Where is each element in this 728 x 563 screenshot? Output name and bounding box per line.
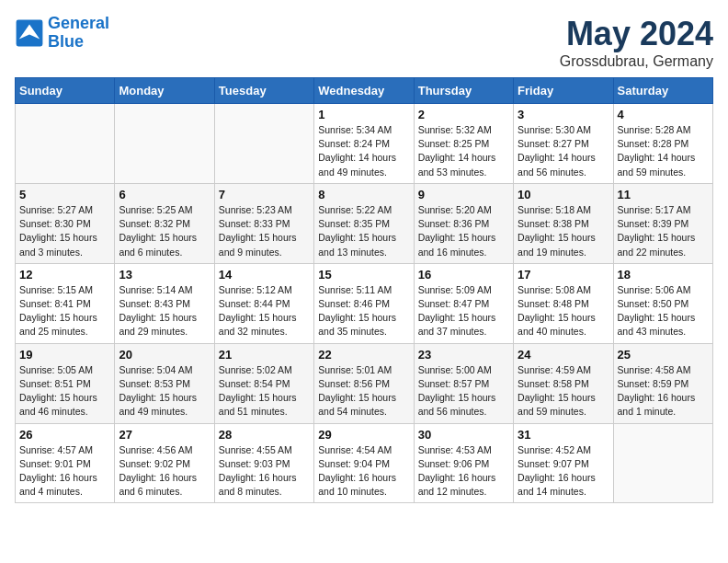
header-cell-tuesday: Tuesday (214, 78, 313, 104)
day-cell (613, 423, 712, 503)
day-number: 2 (418, 108, 509, 121)
day-cell: 17Sunrise: 5:08 AM Sunset: 8:48 PM Dayli… (514, 263, 613, 343)
header-cell-friday: Friday (514, 78, 613, 104)
day-number: 13 (119, 268, 210, 282)
header-cell-sunday: Sunday (16, 78, 115, 104)
day-number: 22 (318, 348, 409, 362)
day-info: Sunrise: 5:20 AM Sunset: 8:36 PM Dayligh… (418, 203, 509, 259)
day-cell: 13Sunrise: 5:14 AM Sunset: 8:43 PM Dayli… (115, 263, 214, 343)
day-number: 28 (219, 428, 310, 442)
day-number: 12 (19, 268, 110, 282)
day-number: 30 (418, 428, 509, 442)
logo-general: General (48, 14, 109, 32)
day-info: Sunrise: 5:32 AM Sunset: 8:25 PM Dayligh… (418, 123, 509, 179)
day-cell: 8Sunrise: 5:22 AM Sunset: 8:35 PM Daylig… (314, 183, 414, 263)
day-number: 26 (19, 428, 110, 442)
day-number: 27 (119, 428, 210, 442)
day-cell: 15Sunrise: 5:11 AM Sunset: 8:46 PM Dayli… (314, 263, 414, 343)
day-number: 8 (318, 188, 409, 201)
week-row-2: 5Sunrise: 5:27 AM Sunset: 8:30 PM Daylig… (16, 183, 713, 263)
day-info: Sunrise: 5:22 AM Sunset: 8:35 PM Dayligh… (318, 203, 409, 259)
day-cell: 18Sunrise: 5:06 AM Sunset: 8:50 PM Dayli… (613, 263, 712, 343)
day-info: Sunrise: 4:54 AM Sunset: 9:04 PM Dayligh… (318, 443, 409, 500)
title-block: May 2024 Grossdubrau, Germany (560, 15, 713, 70)
day-info: Sunrise: 4:57 AM Sunset: 9:01 PM Dayligh… (19, 443, 110, 500)
day-info: Sunrise: 4:58 AM Sunset: 8:59 PM Dayligh… (618, 363, 709, 419)
day-number: 24 (518, 348, 609, 362)
day-number: 20 (119, 348, 210, 362)
calendar-body: 1Sunrise: 5:34 AM Sunset: 8:24 PM Daylig… (16, 104, 713, 503)
day-number: 18 (618, 268, 709, 282)
day-cell: 29Sunrise: 4:54 AM Sunset: 9:04 PM Dayli… (314, 423, 414, 503)
day-cell: 10Sunrise: 5:18 AM Sunset: 8:38 PM Dayli… (514, 183, 613, 263)
day-cell: 3Sunrise: 5:30 AM Sunset: 8:27 PM Daylig… (514, 104, 613, 184)
day-cell: 19Sunrise: 5:05 AM Sunset: 8:51 PM Dayli… (16, 343, 115, 423)
day-cell: 16Sunrise: 5:09 AM Sunset: 8:47 PM Dayli… (414, 263, 513, 343)
day-cell: 7Sunrise: 5:23 AM Sunset: 8:33 PM Daylig… (214, 183, 313, 263)
day-cell: 6Sunrise: 5:25 AM Sunset: 8:32 PM Daylig… (115, 183, 214, 263)
header-cell-monday: Monday (115, 78, 214, 104)
day-cell (16, 104, 115, 184)
day-info: Sunrise: 4:52 AM Sunset: 9:07 PM Dayligh… (518, 443, 609, 500)
day-number: 16 (418, 268, 509, 282)
day-info: Sunrise: 5:04 AM Sunset: 8:53 PM Dayligh… (119, 363, 210, 419)
week-row-3: 12Sunrise: 5:15 AM Sunset: 8:41 PM Dayli… (16, 263, 713, 343)
day-cell: 5Sunrise: 5:27 AM Sunset: 8:30 PM Daylig… (16, 183, 115, 263)
day-info: Sunrise: 5:27 AM Sunset: 8:30 PM Dayligh… (19, 203, 110, 259)
day-cell: 1Sunrise: 5:34 AM Sunset: 8:24 PM Daylig… (314, 104, 414, 184)
day-info: Sunrise: 5:01 AM Sunset: 8:56 PM Dayligh… (318, 363, 409, 419)
page-header: General Blue May 2024 Grossdubrau, Germa… (15, 15, 713, 70)
day-number: 4 (618, 108, 709, 121)
day-info: Sunrise: 5:18 AM Sunset: 8:38 PM Dayligh… (518, 203, 609, 259)
week-row-1: 1Sunrise: 5:34 AM Sunset: 8:24 PM Daylig… (16, 104, 713, 184)
calendar-header: SundayMondayTuesdayWednesdayThursdayFrid… (16, 78, 713, 104)
day-info: Sunrise: 5:30 AM Sunset: 8:27 PM Dayligh… (518, 123, 609, 179)
day-cell: 22Sunrise: 5:01 AM Sunset: 8:56 PM Dayli… (314, 343, 414, 423)
day-info: Sunrise: 5:02 AM Sunset: 8:54 PM Dayligh… (219, 363, 310, 419)
logo-text: General Blue (48, 15, 109, 52)
day-cell: 21Sunrise: 5:02 AM Sunset: 8:54 PM Dayli… (214, 343, 313, 423)
day-info: Sunrise: 4:53 AM Sunset: 9:06 PM Dayligh… (418, 443, 509, 500)
day-info: Sunrise: 5:34 AM Sunset: 8:24 PM Dayligh… (318, 123, 409, 179)
day-number: 9 (418, 188, 509, 201)
day-info: Sunrise: 5:00 AM Sunset: 8:57 PM Dayligh… (418, 363, 509, 419)
day-cell: 20Sunrise: 5:04 AM Sunset: 8:53 PM Dayli… (115, 343, 214, 423)
day-number: 1 (318, 108, 409, 121)
week-row-5: 26Sunrise: 4:57 AM Sunset: 9:01 PM Dayli… (16, 423, 713, 503)
day-info: Sunrise: 4:59 AM Sunset: 8:58 PM Dayligh… (518, 363, 609, 419)
calendar-table: SundayMondayTuesdayWednesdayThursdayFrid… (15, 77, 713, 503)
day-cell: 26Sunrise: 4:57 AM Sunset: 9:01 PM Dayli… (16, 423, 115, 503)
day-info: Sunrise: 5:05 AM Sunset: 8:51 PM Dayligh… (19, 363, 110, 419)
header-row: SundayMondayTuesdayWednesdayThursdayFrid… (16, 78, 713, 104)
day-info: Sunrise: 5:17 AM Sunset: 8:39 PM Dayligh… (618, 203, 709, 259)
day-cell: 9Sunrise: 5:20 AM Sunset: 8:36 PM Daylig… (414, 183, 513, 263)
day-number: 29 (318, 428, 409, 442)
day-info: Sunrise: 4:56 AM Sunset: 9:02 PM Dayligh… (119, 443, 210, 500)
day-info: Sunrise: 5:14 AM Sunset: 8:43 PM Dayligh… (119, 283, 210, 339)
day-cell: 2Sunrise: 5:32 AM Sunset: 8:25 PM Daylig… (414, 104, 513, 184)
day-number: 17 (518, 268, 609, 282)
day-info: Sunrise: 5:25 AM Sunset: 8:32 PM Dayligh… (119, 203, 210, 259)
logo-icon (15, 18, 44, 48)
day-info: Sunrise: 5:15 AM Sunset: 8:41 PM Dayligh… (19, 283, 110, 339)
day-cell: 24Sunrise: 4:59 AM Sunset: 8:58 PM Dayli… (514, 343, 613, 423)
day-cell (214, 104, 313, 184)
day-info: Sunrise: 5:12 AM Sunset: 8:44 PM Dayligh… (219, 283, 310, 339)
day-cell: 14Sunrise: 5:12 AM Sunset: 8:44 PM Dayli… (214, 263, 313, 343)
day-info: Sunrise: 5:08 AM Sunset: 8:48 PM Dayligh… (518, 283, 609, 339)
day-number: 19 (19, 348, 110, 362)
day-number: 5 (19, 188, 110, 201)
logo-blue: Blue (48, 32, 84, 51)
logo: General Blue (15, 15, 109, 52)
day-number: 15 (318, 268, 409, 282)
day-cell: 25Sunrise: 4:58 AM Sunset: 8:59 PM Dayli… (613, 343, 712, 423)
day-number: 7 (219, 188, 310, 201)
header-cell-saturday: Saturday (613, 78, 712, 104)
day-number: 31 (518, 428, 609, 442)
day-cell (115, 104, 214, 184)
day-cell: 28Sunrise: 4:55 AM Sunset: 9:03 PM Dayli… (214, 423, 313, 503)
day-info: Sunrise: 5:09 AM Sunset: 8:47 PM Dayligh… (418, 283, 509, 339)
day-number: 25 (618, 348, 709, 362)
day-info: Sunrise: 5:11 AM Sunset: 8:46 PM Dayligh… (318, 283, 409, 339)
day-cell: 4Sunrise: 5:28 AM Sunset: 8:28 PM Daylig… (613, 104, 712, 184)
